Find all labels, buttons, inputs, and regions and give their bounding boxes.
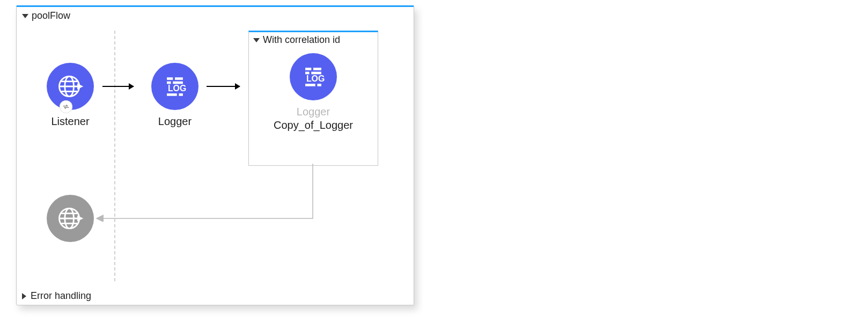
error-handling-section[interactable]: Error handling: [17, 287, 414, 305]
flow-canvas: Listener LOG Logger: [17, 25, 414, 287]
expand-icon: [22, 293, 26, 299]
globe-arrow-icon: [47, 195, 94, 242]
flow-header[interactable]: poolFlow: [17, 7, 414, 23]
collapse-icon: [22, 14, 28, 18]
return-path: [17, 25, 414, 283]
svg-marker-26: [77, 215, 83, 221]
flow-panel[interactable]: poolFlow: [16, 5, 414, 305]
response-node[interactable]: [35, 195, 105, 242]
flow-title: poolFlow: [32, 10, 70, 21]
error-handling-label: Error handling: [31, 290, 91, 302]
